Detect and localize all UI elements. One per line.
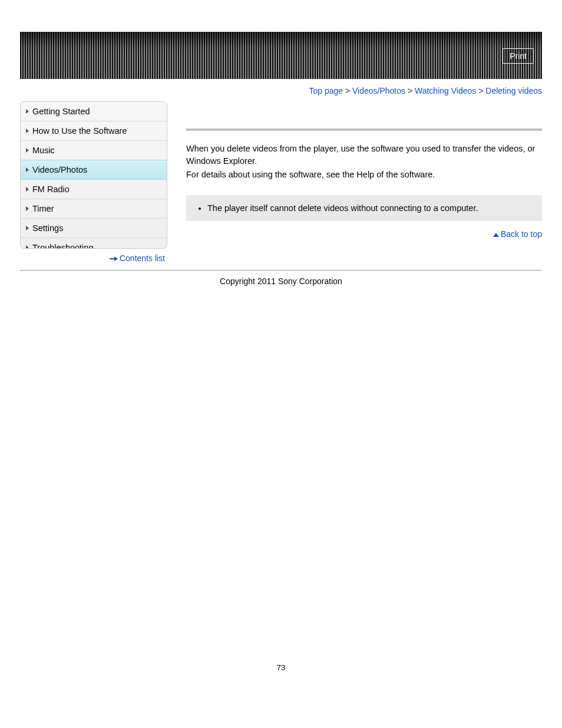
back-to-top-link[interactable]: Back to top [501,229,542,239]
sidebar-item[interactable]: Timer [21,199,167,219]
sidebar-item[interactable]: Troubleshooting [21,238,167,249]
arrow-right-icon [110,256,118,261]
breadcrumb-link-top[interactable]: Top page [309,86,343,95]
sidebar-item[interactable]: Getting Started [21,102,167,121]
sidebar-item[interactable]: How to Use the Software [21,121,167,141]
page-header: Print [20,32,542,79]
note-box: The player itself cannot delete videos w… [186,195,542,221]
breadcrumb-link-watching-videos[interactable]: Watching Videos [415,86,476,95]
content-paragraph: When you delete videos from the player, … [186,143,542,167]
content-divider [186,129,542,131]
breadcrumb-sep: > [478,86,483,95]
breadcrumb-sep: > [345,86,350,95]
sidebar-item[interactable]: Videos/Photos [21,160,167,180]
sidebar-nav: Getting StartedHow to Use the SoftwareMu… [20,101,167,249]
breadcrumb-sep: > [408,86,412,95]
contents-list-link[interactable]: Contents list [120,253,165,263]
copyright-text: Copyright 2011 Sony Corporation [20,271,542,292]
sidebar-item[interactable]: Settings [21,219,167,238]
breadcrumb: Top page > Videos/Photos > Watching Vide… [20,79,542,101]
breadcrumb-current: Deleting videos [485,86,542,95]
sidebar-item[interactable]: FM Radio [21,180,167,199]
sidebar-item[interactable]: Music [21,141,167,160]
content-paragraph: For details about using the software, se… [186,169,542,181]
main-content: When you delete videos from the player, … [167,101,542,239]
print-button[interactable]: Print [503,48,534,64]
triangle-up-icon [493,233,499,237]
page-number: 73 [0,663,562,684]
breadcrumb-link-videos-photos[interactable]: Videos/Photos [352,86,405,95]
note-item: The player itself cannot delete videos w… [207,203,531,213]
